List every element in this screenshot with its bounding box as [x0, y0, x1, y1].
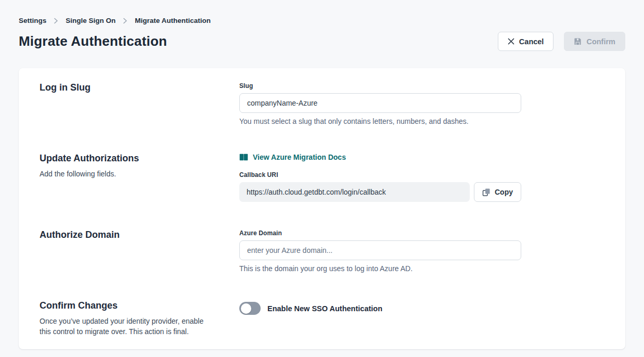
section-authorize-domain-left: Authorize Domain [40, 230, 239, 273]
cancel-button[interactable]: Cancel [498, 32, 554, 51]
section-login-slug-left: Log in Slug [40, 82, 239, 125]
section-update-authorizations-left: Update Authorizations Add the following … [40, 153, 239, 202]
chevron-right-icon [123, 18, 127, 24]
breadcrumb-single-sign-on[interactable]: Single Sign On [66, 17, 115, 24]
copy-button[interactable]: Copy [474, 182, 521, 202]
azure-domain-label: Azure Domain [239, 230, 521, 237]
page-header: Migrate Authentication Cancel Confirm [19, 32, 625, 51]
section-confirm-changes: Confirm Changes Once you’ve updated your… [40, 300, 604, 337]
slug-label: Slug [239, 82, 521, 90]
book-icon [239, 154, 248, 161]
confirm-button[interactable]: Confirm [564, 32, 625, 51]
copy-button-label: Copy [495, 188, 513, 196]
section-login-slug-fields: Slug You must select a slug that only co… [239, 82, 521, 125]
page: Settings Single Sign On Migrate Authenti… [0, 0, 644, 349]
section-heading: Update Authorizations [40, 153, 216, 164]
close-icon [508, 38, 514, 45]
section-confirm-changes-fields: Enable New SSO Authentication [239, 300, 521, 337]
sso-toggle-row: Enable New SSO Authentication [239, 302, 521, 315]
save-icon [574, 37, 582, 45]
settings-card: Log in Slug Slug You must select a slug … [19, 68, 625, 349]
section-update-authorizations: Update Authorizations Add the following … [40, 153, 604, 202]
enable-sso-toggle-label: Enable New SSO Authentication [267, 304, 382, 313]
slug-helper-text: You must select a slug that only contain… [239, 117, 521, 125]
section-login-slug: Log in Slug Slug You must select a slug … [40, 82, 604, 125]
azure-domain-helper-text: This is the domain your org uses to log … [239, 264, 521, 273]
enable-sso-toggle[interactable] [239, 302, 261, 315]
callback-uri-row: Copy [239, 182, 521, 202]
section-update-authorizations-fields: View Azure Migration Docs Callback URI C… [239, 153, 521, 202]
breadcrumb-settings[interactable]: Settings [19, 17, 46, 24]
section-description: Add the following fields. [40, 169, 216, 179]
breadcrumb-current: Migrate Authentication [135, 17, 211, 24]
section-authorize-domain: Authorize Domain Azure Domain This is th… [40, 230, 604, 273]
azure-domain-input[interactable] [239, 240, 521, 260]
section-description: Once you’ve updated your identity provid… [40, 316, 216, 337]
section-heading: Authorize Domain [40, 230, 216, 240]
callback-uri-label: Callback URI [239, 171, 521, 178]
breadcrumb: Settings Single Sign On Migrate Authenti… [19, 0, 625, 24]
section-heading: Log in Slug [40, 82, 216, 93]
section-heading: Confirm Changes [40, 300, 216, 311]
section-confirm-changes-left: Confirm Changes Once you’ve updated your… [40, 300, 239, 337]
callback-uri-field[interactable] [239, 182, 470, 202]
copy-icon [482, 188, 491, 197]
confirm-button-label: Confirm [586, 37, 615, 46]
view-azure-migration-docs-link[interactable]: View Azure Migration Docs [239, 153, 346, 161]
header-actions: Cancel Confirm [498, 32, 625, 51]
section-authorize-domain-fields: Azure Domain This is the domain your org… [239, 230, 521, 273]
toggle-knob [241, 303, 251, 314]
chevron-right-icon [54, 18, 58, 24]
cancel-button-label: Cancel [519, 37, 544, 46]
slug-input[interactable] [239, 93, 521, 113]
page-title: Migrate Authentication [19, 33, 167, 49]
docs-link-label: View Azure Migration Docs [253, 153, 346, 161]
